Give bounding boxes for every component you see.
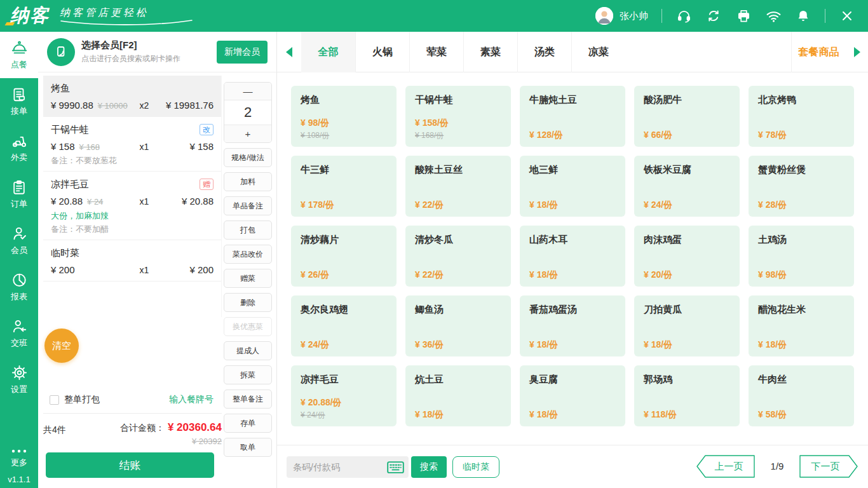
- menu-item-card[interactable]: 山药木耳¥ 18/份: [520, 226, 625, 287]
- action-button-pack[interactable]: 打包: [224, 220, 272, 240]
- menu-item-card[interactable]: 刀拍黄瓜¥ 18/份: [634, 295, 740, 356]
- action-button-save-order[interactable]: 存单: [224, 414, 272, 433]
- order-panel: 选择会员[F2] 点击进行会员搜索或刷卡操作 新增会员 烤鱼¥ 9990.88¥…: [38, 32, 277, 488]
- sidebar-item-reports[interactable]: 报表: [0, 264, 38, 310]
- qty-plus-button[interactable]: +: [224, 125, 271, 142]
- bell-icon[interactable]: [795, 8, 811, 24]
- menu-item-card[interactable]: 凉拌毛豆¥ 20.88/份¥ 24/份: [291, 365, 397, 426]
- dots-icon: [11, 448, 27, 454]
- menu-item-card[interactable]: 铁板米豆腐¥ 24/份: [634, 156, 740, 217]
- category-scroll-left-button[interactable]: [281, 32, 297, 72]
- menu-item-card[interactable]: 干锅牛蛙¥ 158/份¥ 168/份: [405, 86, 511, 147]
- menu-item-card[interactable]: 牛腩炖土豆¥ 128/份: [520, 86, 625, 147]
- action-button-delete[interactable]: 删除: [224, 293, 272, 312]
- sidebar-item-settings[interactable]: 设置: [0, 356, 38, 403]
- menu-item-card[interactable]: 烤鱼¥ 98/份¥ 108/份: [291, 86, 397, 147]
- action-button-retrieve-order[interactable]: 取单: [224, 438, 272, 457]
- menu-item-card[interactable]: 醋泡花生米¥ 18/份: [749, 295, 854, 356]
- prev-page-button[interactable]: 上一页: [696, 455, 755, 478]
- sidebar: 点餐接单外卖订单会员报表交班设置 更多 v1.1.1: [0, 32, 38, 488]
- menu-item-card[interactable]: 牛肉丝¥ 58/份: [749, 365, 854, 426]
- menu-item-card[interactable]: 奥尔良鸡翅¥ 24/份: [291, 295, 397, 356]
- action-button-commission-person[interactable]: 提成人: [224, 341, 272, 360]
- member-bar[interactable]: 选择会员[F2] 点击进行会员搜索或刷卡操作 新增会员: [38, 32, 276, 72]
- menu-item-card[interactable]: 牛三鲜¥ 178/份: [291, 156, 397, 217]
- menu-item-card[interactable]: 肉沫鸡蛋¥ 20/份: [634, 226, 740, 287]
- temp-dish-button[interactable]: 临时菜: [452, 456, 499, 478]
- search-button[interactable]: 搜索: [411, 456, 447, 478]
- category-scroll-right-button[interactable]: [849, 32, 865, 72]
- menu-item-card[interactable]: 郭场鸡¥ 118/份: [634, 365, 740, 426]
- sidebar-item-orders[interactable]: 订单: [0, 171, 38, 217]
- combo-products-tab[interactable]: 套餐商品: [791, 32, 846, 72]
- keyboard-icon[interactable]: [387, 461, 404, 473]
- menu-item-card[interactable]: 酸辣土豆丝¥ 22/份: [405, 156, 511, 217]
- menu-item-name: 番茄鸡蛋汤: [529, 304, 616, 316]
- category-tab-veg-dish[interactable]: 素菜: [463, 32, 517, 72]
- menu-item-card[interactable]: 臭豆腐¥ 18/份: [520, 365, 625, 426]
- order-item[interactable]: 临时菜¥ 200x1¥ 200: [43, 240, 221, 281]
- order-item[interactable]: 烤鱼¥ 9990.88¥ 10000x2¥ 19981.76: [43, 76, 221, 117]
- table-number-link[interactable]: 输入餐牌号: [169, 394, 214, 405]
- menu-item-name: 臭豆腐: [529, 374, 616, 386]
- headset-icon[interactable]: [675, 8, 692, 24]
- qty-minus-button[interactable]: —: [224, 83, 271, 100]
- order-item-price: ¥ 158: [51, 141, 75, 152]
- menu-item-name: 铁板米豆腐: [644, 164, 730, 176]
- menu-item-name: 北京烤鸭: [758, 94, 844, 106]
- sidebar-item-members[interactable]: 会员: [0, 217, 38, 264]
- category-tab-all[interactable]: 全部: [301, 32, 355, 72]
- edit-badge[interactable]: 改: [200, 124, 214, 135]
- menu-item-price: ¥ 36/份: [415, 339, 501, 351]
- menu-item-card[interactable]: 番茄鸡蛋汤¥ 18/份: [520, 295, 625, 356]
- sidebar-item-ordering[interactable]: 点餐: [0, 32, 38, 78]
- menu-item-price: ¥ 18/份: [529, 269, 616, 281]
- order-item[interactable]: 凉拌毛豆赠¥ 20.88¥ 24x1¥ 20.88大份，加麻加辣备注：不要加醋: [43, 172, 221, 240]
- order-item[interactable]: 干锅牛蛙改¥ 158¥ 168x1¥ 158备注：不要放葱花: [43, 117, 221, 172]
- close-icon[interactable]: [839, 8, 855, 24]
- category-tab-soup[interactable]: 汤类: [517, 32, 571, 72]
- sidebar-item-more[interactable]: 更多: [11, 448, 27, 468]
- category-tab-cold-dish[interactable]: 凉菜: [571, 32, 625, 72]
- sidebar-item-takeout[interactable]: 外卖: [0, 125, 38, 171]
- menu-item-card[interactable]: 地三鲜¥ 18/份: [520, 156, 625, 217]
- menu-item-name: 牛肉丝: [758, 374, 844, 386]
- menu-item-card[interactable]: 炕土豆¥ 18/份: [405, 365, 511, 426]
- action-button-spec-method[interactable]: 规格/做法: [224, 148, 272, 167]
- action-button-gift-dish[interactable]: 赠菜: [224, 269, 272, 288]
- order-item-price: ¥ 9990.88: [51, 100, 93, 111]
- category-tab-hotpot[interactable]: 火锅: [355, 32, 409, 72]
- wifi-icon[interactable]: [765, 8, 782, 24]
- menu-item-name: 炕土豆: [415, 374, 501, 386]
- action-button-order-note[interactable]: 整单备注: [224, 390, 272, 409]
- menu-item-card[interactable]: 清炒冬瓜¥ 22/份: [405, 226, 511, 287]
- action-button-item-note[interactable]: 单品备注: [224, 196, 272, 215]
- printer-icon[interactable]: [735, 8, 752, 24]
- next-page-button[interactable]: 下一页: [799, 455, 858, 478]
- checkout-button[interactable]: 结账: [46, 452, 214, 478]
- menu-item-name: 烤鱼: [301, 94, 387, 106]
- order-item-name: 干锅牛蛙: [51, 124, 89, 135]
- sidebar-item-accept-orders[interactable]: 接单: [0, 78, 38, 125]
- avatar[interactable]: [595, 7, 613, 25]
- total-amount: ¥ 20360.64: [168, 421, 222, 434]
- clear-order-button[interactable]: 清空: [44, 329, 79, 363]
- member-select-subtitle: 点击进行会员搜索或刷卡操作: [81, 53, 180, 64]
- action-button-change-price[interactable]: 菜品改价: [224, 245, 272, 264]
- menu-item-name: 郭场鸡: [644, 374, 730, 386]
- add-member-button[interactable]: 新增会员: [217, 41, 268, 64]
- menu-item-card[interactable]: 清炒藕片¥ 26/份: [291, 226, 397, 287]
- sync-icon[interactable]: [705, 8, 722, 24]
- pack-checkbox[interactable]: [50, 395, 59, 405]
- action-button-add-ingredient[interactable]: 加料: [224, 172, 272, 191]
- menu-item-card[interactable]: 酸汤肥牛¥ 66/份: [634, 86, 740, 147]
- action-button-split-dish[interactable]: 拆菜: [224, 365, 272, 384]
- category-tab-meat-dish[interactable]: 荤菜: [409, 32, 463, 72]
- menu-item-card[interactable]: 鲫鱼汤¥ 36/份: [405, 295, 511, 356]
- sidebar-item-shift[interactable]: 交班: [0, 310, 38, 356]
- menu-item-card[interactable]: 蟹黄粉丝煲¥ 28/份: [749, 156, 854, 217]
- menu-item-card[interactable]: 土鸡汤¥ 98/份: [749, 226, 854, 287]
- divider: [825, 9, 825, 23]
- menu-item-card[interactable]: 北京烤鸭¥ 78/份: [749, 86, 854, 147]
- category-tabs: 全部火锅荤菜素菜汤类凉菜: [301, 32, 625, 72]
